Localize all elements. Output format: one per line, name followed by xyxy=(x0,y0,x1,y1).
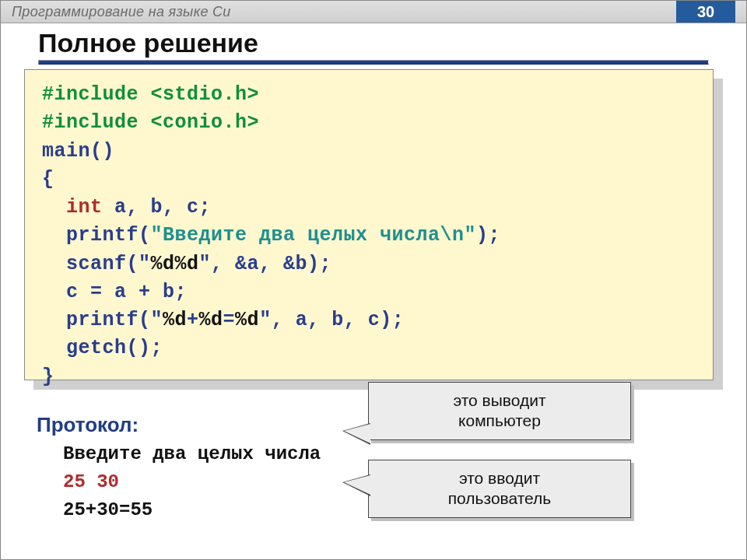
code-line-9: printf("%d+%d=%d", a, b, c); xyxy=(42,306,696,334)
protocol-line-2: 25 30 xyxy=(37,468,321,496)
topbar-title: Программирование на языке Си xyxy=(12,4,231,20)
code-line-10: getch(); xyxy=(42,334,696,362)
code-line-3: main() xyxy=(42,138,696,166)
code-box: #include <stdio.h> #include <conio.h> ma… xyxy=(24,69,714,380)
code-line-7: scanf("%d%d", &a, &b); xyxy=(42,250,696,278)
topbar: Программирование на языке Си 30 xyxy=(1,1,746,23)
code-line-8: c = a + b; xyxy=(42,278,696,306)
title-area: Полное решение xyxy=(1,23,746,65)
callout-text: пользователь xyxy=(386,488,613,509)
callout-text: компьютер xyxy=(386,411,613,431)
protocol-title: Протокол: xyxy=(37,410,321,440)
slide-title: Полное решение xyxy=(38,28,709,58)
page-number: 30 xyxy=(676,1,735,23)
protocol-line-3: 25+30=55 xyxy=(37,496,321,524)
callout-text: это выводит xyxy=(386,390,613,411)
code-line-2: #include <conio.h> xyxy=(42,109,696,137)
code-line-6: printf("Введите два целых числа\n"); xyxy=(42,222,696,250)
callout-user-input: это вводит пользователь xyxy=(368,460,631,518)
callout-tail xyxy=(342,474,370,496)
protocol-line-1: Введите два целых числа xyxy=(37,440,321,468)
slide: Программирование на языке Си 30 Полное р… xyxy=(0,0,747,560)
protocol-block: Протокол: Введите два целых числа 25 30 … xyxy=(37,410,321,524)
code-line-4: { xyxy=(42,166,696,194)
code-line-1: #include <stdio.h> xyxy=(42,81,696,109)
title-rule xyxy=(38,60,709,65)
callout-computer-output: это выводит компьютер xyxy=(368,382,631,440)
code-line-5: int a, b, c; xyxy=(42,194,696,222)
callout-text: это вводит xyxy=(386,468,613,488)
callout-tail xyxy=(342,423,370,445)
